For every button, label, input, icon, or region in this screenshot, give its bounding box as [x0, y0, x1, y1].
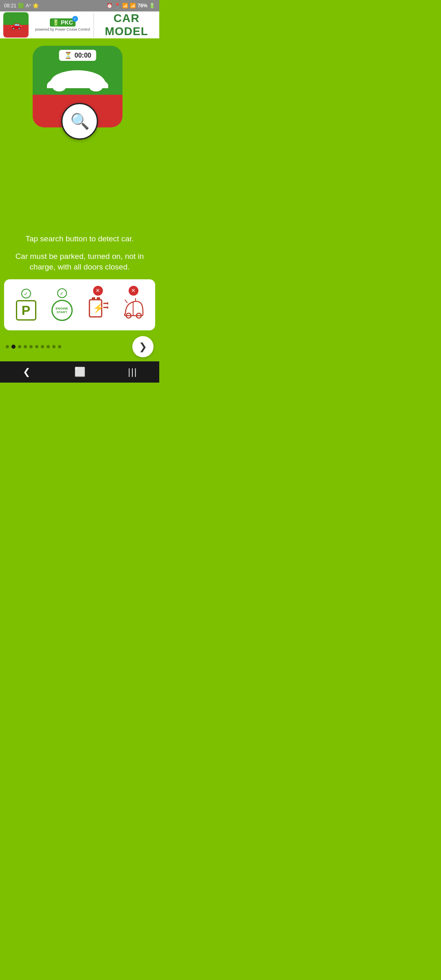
dot-4	[29, 345, 33, 348]
car-silhouette	[45, 65, 110, 95]
car-svg	[45, 65, 110, 93]
nav-bar: ❮ ⬜ |||	[0, 361, 159, 383]
instruction-line2: Car must be parked, turned on, not in ch…	[4, 251, 155, 273]
condition-parking: ✓ P	[16, 289, 36, 321]
dot-3	[24, 345, 27, 348]
dot-5	[35, 345, 38, 348]
condition-doors: ✕	[123, 286, 144, 324]
next-button[interactable]: ❯	[132, 336, 154, 357]
battery-row-icon: 🔋	[52, 19, 59, 26]
next-icon: ❯	[139, 341, 147, 352]
search-icon: 🔍	[70, 112, 89, 130]
parking-icon: P	[16, 300, 36, 321]
pagination-row: ❯	[4, 336, 155, 357]
pkc-section: 🔋 PKC ✓ powered by Power Cruise Control	[32, 13, 94, 37]
dot-0	[6, 345, 9, 348]
menu-button[interactable]: |||	[120, 363, 145, 381]
charge-check: ✕	[93, 286, 103, 296]
timer-value: 00:00	[75, 52, 91, 59]
home-icon: ⬜	[74, 367, 85, 377]
back-icon: ❮	[23, 367, 30, 377]
pkc-check-icon: ✓	[72, 16, 78, 22]
doors-icon	[123, 297, 144, 324]
condition-charge: ✕ ⚡	[88, 286, 108, 324]
dot-1	[11, 345, 16, 349]
engine-check: ✓	[57, 288, 67, 298]
status-emoji3: 🌟	[33, 3, 39, 9]
status-bar: 08:21 🟩 Aˣ 🌟 ⏰ 📍 📶 📶 76% 🔋	[0, 0, 159, 11]
svg-rect-3	[92, 297, 95, 300]
pagination-dots	[6, 345, 61, 349]
main-content: ⏳ 00:00 🔍 Tap search button to detect	[0, 39, 159, 361]
svg-text:⚡: ⚡	[93, 303, 104, 314]
wifi-icon: 📶	[122, 3, 128, 9]
svg-point-8	[107, 302, 108, 305]
menu-icon: |||	[128, 367, 137, 377]
powered-by-text: powered by Power Cruise Control	[35, 27, 90, 31]
engine-icon: ENGINE START	[51, 300, 73, 321]
conditions-card: ✓ P ✓ ENGINE START ✕ ⚡	[4, 279, 155, 330]
dot-2	[18, 345, 21, 348]
parking-check: ✓	[21, 289, 31, 298]
status-time: 08:21	[4, 3, 16, 9]
status-left: 08:21 🟩 Aˣ 🌟	[4, 3, 39, 9]
location-icon: 📍	[114, 3, 120, 9]
charge-icon: ⚡	[88, 297, 108, 324]
battery-percent: 76%	[138, 3, 147, 9]
header-title: CAR MODEL	[94, 12, 159, 38]
search-button[interactable]: 🔍	[61, 103, 98, 140]
instruction-line1: Tap search button to detect car.	[21, 234, 138, 245]
svg-rect-4	[97, 297, 100, 300]
status-emoji1: 🟩	[18, 3, 24, 9]
app-icon-container: ⏳ 00:00 🔍	[33, 46, 127, 140]
timer-badge: ⏳ 00:00	[59, 50, 96, 61]
hourglass-icon: ⏳	[64, 51, 72, 59]
dot-8	[52, 345, 56, 348]
dot-6	[41, 345, 44, 348]
pkc-badge: 🔋 PKC	[50, 18, 75, 27]
battery-icon: 🔋	[149, 3, 155, 9]
logo-car-icon: 🚗	[11, 20, 22, 30]
doors-check: ✕	[129, 286, 138, 296]
back-button[interactable]: ❮	[14, 363, 39, 381]
dot-7	[47, 345, 50, 348]
status-right: ⏰ 📍 📶 📶 76% 🔋	[107, 3, 155, 9]
home-button[interactable]: ⬜	[67, 363, 92, 381]
status-emoji2: Aˣ	[26, 3, 31, 9]
svg-point-9	[107, 306, 108, 309]
app-icon-top: ⏳ 00:00	[33, 46, 122, 95]
signal-icon: 📶	[130, 3, 136, 9]
condition-engine: ✓ ENGINE START	[51, 288, 73, 321]
dot-9	[58, 345, 61, 348]
app-header: 🚗 🔋 PKC ✓ powered by Power Cruise Contro…	[0, 11, 159, 39]
app-logo: 🚗	[3, 12, 29, 38]
pkc-label: PKC	[61, 19, 73, 26]
alarm-icon: ⏰	[107, 3, 113, 9]
